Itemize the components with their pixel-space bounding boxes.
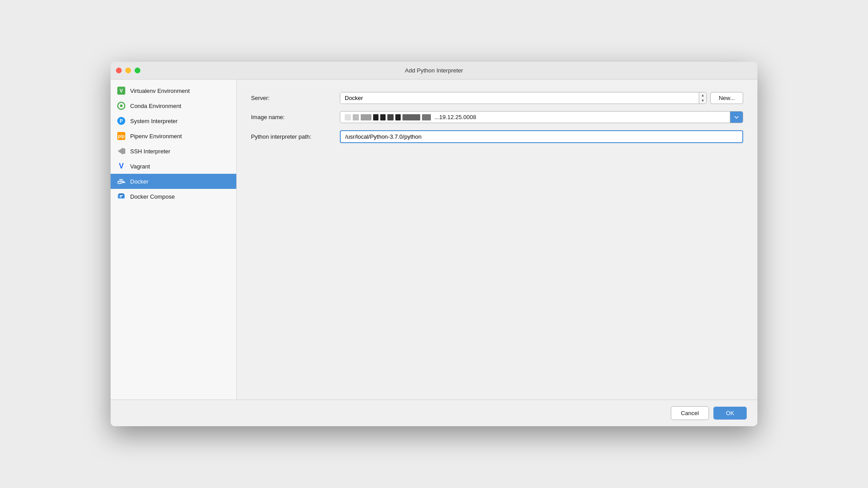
spinner-up-button[interactable]: ▲ bbox=[699, 92, 706, 98]
dialog-title: Add Python Interpreter bbox=[405, 67, 463, 74]
ssh-icon bbox=[117, 147, 126, 156]
sidebar-item-docker-compose[interactable]: Docker Compose bbox=[111, 189, 236, 204]
close-button[interactable] bbox=[116, 68, 122, 73]
sidebar-item-pipenv[interactable]: pip Pipenv Environment bbox=[111, 128, 236, 144]
sidebar-item-label: Vagrant bbox=[130, 163, 150, 170]
sidebar-item-label: Conda Environment bbox=[130, 103, 181, 109]
sidebar: V Virtualenv Environment Conda Environme… bbox=[111, 80, 237, 400]
server-input-wrapper: ▲ ▼ bbox=[340, 92, 707, 104]
window-controls bbox=[116, 68, 140, 73]
svg-rect-19 bbox=[119, 195, 123, 196]
swatch-5 bbox=[380, 114, 386, 120]
add-python-interpreter-dialog: Add Python Interpreter V Virtualenv Envi… bbox=[111, 62, 757, 426]
docker-icon bbox=[117, 177, 126, 186]
python-path-control bbox=[340, 130, 743, 143]
svg-marker-8 bbox=[118, 148, 123, 155]
sidebar-item-label: Virtualenv Environment bbox=[130, 88, 190, 94]
server-input[interactable] bbox=[340, 92, 699, 104]
server-row: Server: ▲ ▼ New... bbox=[251, 92, 743, 104]
sidebar-item-label: Docker Compose bbox=[130, 193, 175, 200]
svg-rect-11 bbox=[118, 181, 119, 182]
svg-text:P: P bbox=[119, 118, 123, 124]
swatch-8 bbox=[402, 114, 420, 120]
sidebar-item-label: Docker bbox=[130, 178, 148, 185]
docker-compose-icon bbox=[117, 192, 126, 201]
svg-point-3 bbox=[120, 104, 123, 107]
sidebar-item-conda[interactable]: Conda Environment bbox=[111, 98, 236, 113]
server-spinner[interactable]: ▲ ▼ bbox=[699, 92, 706, 104]
swatch-4 bbox=[373, 114, 378, 120]
server-label: Server: bbox=[251, 95, 340, 101]
ok-button[interactable]: OK bbox=[713, 407, 747, 420]
python-path-row: Python interpreter path: bbox=[251, 130, 743, 143]
sidebar-item-label: SSH Interpreter bbox=[130, 148, 170, 155]
svg-rect-20 bbox=[119, 196, 122, 197]
vagrant-icon: V bbox=[117, 162, 126, 171]
image-name-label: Image name: bbox=[251, 114, 340, 120]
cancel-button[interactable]: Cancel bbox=[671, 406, 709, 420]
sidebar-item-virtualenv[interactable]: V Virtualenv Environment bbox=[111, 83, 236, 98]
conda-icon bbox=[117, 101, 126, 110]
svg-rect-9 bbox=[123, 148, 125, 154]
swatch-6 bbox=[387, 114, 394, 120]
svg-text:pip: pip bbox=[118, 134, 125, 139]
sidebar-item-label: System Interpreter bbox=[130, 118, 178, 124]
new-server-button[interactable]: New... bbox=[710, 92, 743, 104]
svg-rect-13 bbox=[121, 181, 123, 182]
python-path-label: Python interpreter path: bbox=[251, 133, 340, 140]
python-path-input[interactable] bbox=[340, 130, 743, 143]
sidebar-item-ssh[interactable]: SSH Interpreter bbox=[111, 144, 236, 159]
virtualenv-icon: V bbox=[117, 86, 126, 95]
image-name-text: ...19.12.25.0008 bbox=[434, 114, 476, 120]
sidebar-item-system[interactable]: P System Interpreter bbox=[111, 113, 236, 128]
maximize-button[interactable] bbox=[135, 68, 140, 73]
svg-text:V: V bbox=[119, 88, 123, 93]
svg-rect-16 bbox=[123, 181, 124, 182]
svg-rect-15 bbox=[121, 179, 123, 180]
image-name-dropdown-button[interactable] bbox=[730, 112, 743, 123]
image-name-control: ...19.12.25.0008 bbox=[340, 111, 743, 123]
svg-text:V: V bbox=[119, 162, 124, 170]
swatch-7 bbox=[395, 114, 401, 120]
swatch-2 bbox=[353, 114, 359, 120]
image-name-wrapper: ...19.12.25.0008 bbox=[340, 111, 743, 123]
spinner-down-button[interactable]: ▼ bbox=[699, 98, 706, 104]
minimize-button[interactable] bbox=[125, 68, 131, 73]
image-name-display: ...19.12.25.0008 bbox=[340, 112, 730, 123]
svg-rect-12 bbox=[119, 181, 121, 182]
dialog-body: V Virtualenv Environment Conda Environme… bbox=[111, 80, 757, 400]
sidebar-item-vagrant[interactable]: V Vagrant bbox=[111, 159, 236, 174]
pipenv-icon: pip bbox=[117, 132, 126, 140]
server-control: ▲ ▼ New... bbox=[340, 92, 743, 104]
system-interpreter-icon: P bbox=[117, 116, 126, 125]
swatch-1 bbox=[345, 114, 351, 120]
image-name-row: Image name: bbox=[251, 111, 743, 123]
title-bar: Add Python Interpreter bbox=[111, 62, 757, 80]
main-content: Server: ▲ ▼ New... Image name: bbox=[237, 80, 757, 400]
sidebar-item-label: Pipenv Environment bbox=[130, 133, 182, 140]
sidebar-item-docker[interactable]: Docker bbox=[111, 174, 236, 189]
svg-rect-14 bbox=[119, 179, 121, 180]
swatch-9 bbox=[422, 114, 431, 120]
dialog-footer: Cancel OK bbox=[111, 400, 757, 426]
swatch-3 bbox=[361, 114, 371, 120]
